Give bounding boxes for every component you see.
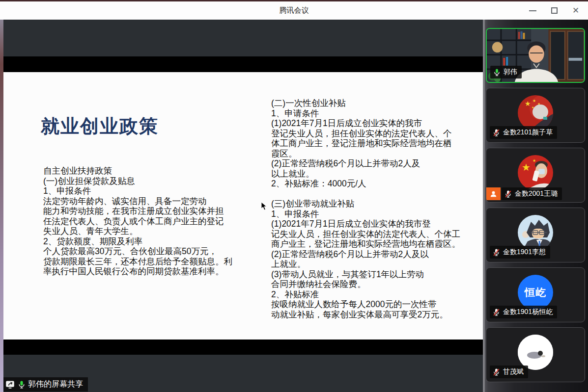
slide-left-column: 自主创业扶持政策(一)创业担保贷款及贴息1、申报条件法定劳动年龄内、诚实信用、具… [43,166,264,277]
slide-text-line: 法定劳动年龄内、诚实信用、具备一定劳动 [43,196,264,207]
window-title: 腾讯会议 [280,6,309,15]
slide-text-line: (1)2021年7月1日后成立创业实体的我市 [271,118,482,129]
slide-letterbox-bottom [3,340,483,355]
mic-on-icon [493,68,501,77]
slide-text-line: (二)一次性创业补贴 [271,98,482,108]
participant-name: 金数1901李想 [503,248,546,257]
participant-tile-yanghengyi[interactable]: 恒屹 金数1901杨恒屹 [486,267,585,322]
participant-name: 郭伟 [504,68,517,77]
close-button[interactable]: ✕ [568,3,583,18]
mic-muted-icon [492,368,501,376]
minimize-icon [529,10,536,11]
participant-tile-guowei[interactable]: 郭伟 [486,28,585,83]
svg-text:★: ★ [532,158,536,163]
mouse-cursor [261,202,268,210]
participant-nametag: 金数1901李想 [490,246,550,259]
participant-nametag: 金数2001王璐 [502,187,562,200]
slide-title: 就业创业政策 [41,114,159,139]
slide-text-line: 体工商户业主，登记注册地和实际经营地均在栖 [271,138,482,149]
member-badge [486,187,501,200]
slide-text-line: 率执行中国人民银行公布的同期贷款基准利率。 [43,266,264,277]
avatar-initials: 恒屹 [518,275,553,310]
slide-text-line: (2)正常经营纳税6个月以上并带动2人及 [271,158,482,169]
presentation-slide: 就业创业政策 自主创业扶持政策(一)创业担保贷款及贴息1、申报条件法定劳动年龄内… [3,72,483,340]
person-icon [489,190,498,198]
slide-text-line: 商户业主，登记注册地和实际经营地均在栖霞区。 [271,239,482,249]
participant-avatar: 恒屹 [518,275,553,310]
minimize-button[interactable] [525,3,540,18]
slide-text-line: 1、申请条件 [271,108,482,119]
screen-share-label: 郭伟的屏幕共享 [28,379,83,390]
participant-name: 金数1901杨恒屹 [503,308,553,316]
slide-text-line: 失业人员、青年大学生。 [43,226,264,236]
maximize-icon [551,7,558,14]
slide-right-column: (二)一次性创业补贴1、申请条件(1)2021年7月1日后成立创业实体的我市登记… [271,98,482,319]
slide-text-line: 按吸纳就业人数给予每人2000元的一次性带 [271,299,482,310]
slide-text-line: (2)正常经营纳税6个月以上并带动2人及以 [271,249,482,260]
slide-text-line: (3)带动人员就业，与其签订1年以上劳动 [271,269,482,280]
participant-nametag: 甘茂斌 [490,366,528,378]
slide-text-line: 1、申报条件 [271,209,482,219]
slide-text-line: 2、补贴标准 [271,289,482,300]
svg-text:★: ★ [525,100,531,107]
maximize-button[interactable] [547,3,561,18]
participant-avatar: ★ ★ ★ [518,155,553,190]
svg-text:★: ★ [522,162,531,173]
participant-avatar [518,215,553,250]
slide-text-line: 1、申报条件 [43,186,264,196]
slide-text-line: (1)2021年7月1日后成立创业实体的我市登 [271,219,482,229]
mic-muted-icon [492,248,501,257]
participant-badges: 金数2001王璐 [486,187,562,200]
slide-text-line: 记失业人员，担任创业实体的法定代表人、个体工 [271,229,482,239]
slide-text-line: (一)创业担保贷款及贴息 [43,176,264,186]
mic-muted-icon [492,308,501,316]
mic-muted-icon [492,129,501,137]
window-controls: ✕ [525,1,583,20]
mic-muted-icon [504,190,512,198]
participant-avatar [518,335,553,370]
slide-text-line [271,189,482,199]
slide-text-line: 2、贷款额度、期限及利率 [43,236,264,247]
participant-tile-ganmaobin[interactable]: 甘茂斌 [486,327,585,382]
slide-text-line: 动就业补贴，每家创业实体最高可享受2万元。 [271,310,482,320]
participant-name: 甘茂斌 [503,367,524,376]
screen-share-icon [5,379,15,390]
shared-screen-edge [0,20,3,392]
mic-on-icon [17,380,26,389]
shared-screen-view: 就业创业政策 自主创业扶持政策(一)创业担保贷款及贴息1、申报条件法定劳动年龄内… [3,20,483,392]
window-titlebar: 腾讯会议 ✕ [0,1,588,20]
screen-share-banner: 郭伟的屏幕共享 [3,377,88,392]
participant-name: 金数2001王璐 [515,189,558,198]
slide-letterbox-top [3,56,483,72]
slide-text-line: 个人贷款最高30万元、合伙创业最高50万元， [43,246,264,257]
tencent-meeting-window: 腾讯会议 ✕ 就业创业政策 自主创业扶持政策(一)创业担保贷款及贴息1、申报条件… [0,0,588,392]
slide-text-line: 2、补贴标准：4000元/人 [271,179,482,189]
slide-text-line: 贷款期限最长三年，还本付息后给予全额贴息。利 [43,257,264,267]
sidebar-scrollbar[interactable] [483,20,485,392]
participant-nametag: 金数1901杨恒屹 [490,306,557,318]
participant-nametag: 郭伟 [490,66,522,78]
slide-text-line: 任法定代表人、负责人或个体工商户业主的登记 [43,216,264,227]
participant-nametag: 金数2101颜子草 [490,126,557,139]
participant-tile-yanzicao[interactable]: ★ ★ ★ ★ 金数2101颜子草 [486,88,585,143]
participant-name: 金数2101颜子草 [503,128,553,137]
slide-text-line: 能力和劳动技能，在我市注册成立创业实体并担 [43,206,264,216]
participant-tile-lixiang[interactable]: 金数1901李想 [486,208,585,262]
slide-text-line: 合同并缴纳社会保险费。 [271,279,482,289]
participant-avatar: ★ ★ ★ ★ [518,95,553,131]
slide-text-line: 以上就业。 [271,169,482,179]
slide-text-line: 自主创业扶持政策 [43,166,264,176]
slide-text-line: 上就业。 [271,259,482,269]
participants-sidebar: 郭伟 ★ ★ ★ ★ [483,20,588,392]
slide-text-line: (三)创业带动就业补贴 [271,199,482,209]
close-icon: ✕ [572,6,579,15]
slide-text-line: 霞区。 [271,149,482,159]
svg-text:★: ★ [532,99,536,103]
participant-tile-wanglu[interactable]: ★ ★ ★ [486,148,585,203]
slide-text-line: 登记失业人员，担任创业实体的法定代表人、个 [271,129,482,139]
